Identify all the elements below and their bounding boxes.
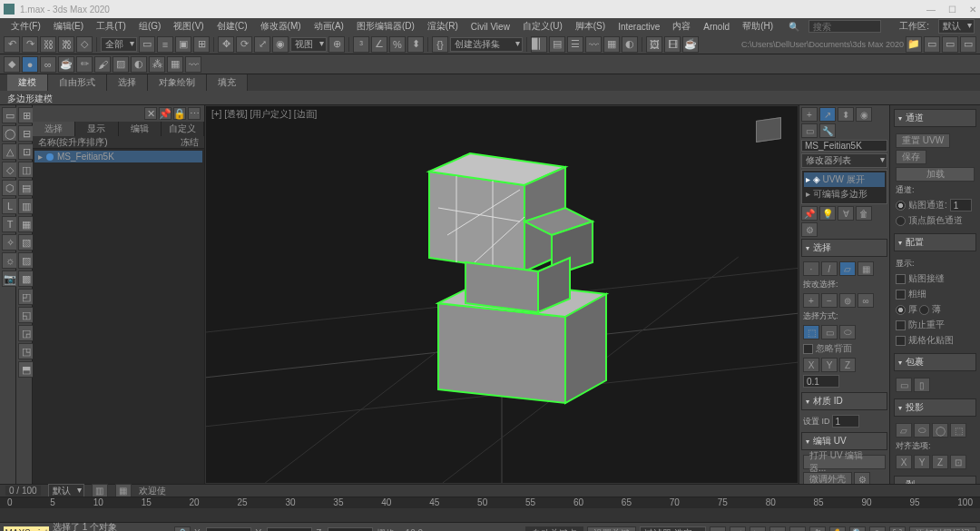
percent-snap-button[interactable]: % — [389, 36, 406, 53]
curve-editor-button[interactable]: 〰 — [585, 36, 602, 53]
thick-check[interactable]: 粗细 — [896, 288, 975, 300]
coord-x-input[interactable] — [206, 527, 251, 532]
named-selection-button[interactable]: {} — [432, 36, 448, 53]
proj-planar-button[interactable]: ▱ — [896, 423, 912, 438]
map-channel-input[interactable] — [950, 199, 972, 211]
menu-create[interactable]: 创建(C) — [211, 20, 253, 33]
ribbon-button-3[interactable]: ▭ — [960, 36, 976, 53]
time-slider-frame[interactable]: 0 / 100 — [5, 486, 41, 496]
sg-menu-button[interactable]: ⋯ — [188, 107, 201, 120]
viewport[interactable]: [+] [透视] [用户定义] [边面] — [205, 105, 799, 484]
link-button[interactable]: ⛓ — [40, 36, 56, 53]
menu-content[interactable]: 内容 — [667, 20, 696, 33]
keyfilter-dropdown[interactable]: 过滤器 选定 — [640, 526, 706, 532]
angle-snap-button[interactable]: ∠ — [371, 36, 387, 53]
viewcube[interactable] — [750, 113, 787, 150]
undo-button[interactable]: ↶ — [4, 36, 20, 53]
setkey-button[interactable]: 设置关键 — [587, 526, 636, 532]
render-button[interactable]: ☕ — [682, 36, 699, 53]
menu-modifier[interactable]: 修改器(M) — [255, 20, 307, 33]
ribbon-brush1[interactable]: ✏ — [76, 56, 93, 73]
align-x-button[interactable]: X — [896, 455, 912, 469]
setid-input[interactable] — [832, 415, 859, 428]
rollout-peel[interactable]: 剥 — [894, 476, 976, 484]
coord-z-input[interactable] — [328, 527, 373, 532]
menu-view[interactable]: 视图(V) — [168, 20, 209, 33]
subobj-edge-button[interactable]: / — [821, 261, 838, 276]
proj-cyl-button[interactable]: ⬭ — [914, 423, 930, 438]
sgtab-display[interactable]: 显示 — [75, 122, 118, 136]
tab-freeform[interactable]: 自由形式 — [48, 74, 107, 91]
ribbon-button-1[interactable]: ▭ — [924, 36, 940, 53]
goto-end-button[interactable]: ⏭ — [789, 526, 806, 532]
modifier-item-epoly[interactable]: ▸ 可编辑多边形 — [804, 187, 885, 202]
sg-pin-button[interactable]: 📌 — [159, 107, 172, 120]
ribbon-noise[interactable]: ⁂ — [149, 56, 165, 73]
load-uvw-button[interactable]: 加载 — [896, 167, 975, 182]
goto-start-button[interactable]: ⏮ — [710, 526, 726, 532]
maxscript-button[interactable]: MAXScript — [4, 526, 49, 532]
sg-header-name[interactable]: 名称(按升序排序) — [38, 136, 181, 148]
workspace-dropdown[interactable]: 默认 — [938, 19, 975, 34]
coord-y-input[interactable] — [267, 527, 312, 532]
ribbon-poly-button[interactable]: ◆ — [4, 56, 20, 73]
axis-z-button[interactable]: Z — [839, 358, 856, 372]
sgtab-select[interactable]: 选择 — [33, 122, 75, 136]
nav-orbit-button[interactable]: ⟳ — [869, 526, 886, 532]
open-uv-editor-button[interactable]: 打开 UV 编辑器... — [803, 455, 886, 469]
modifier-item-uvw[interactable]: ▸ ◈ UVW 展开 — [804, 172, 885, 187]
selmode-planar-button[interactable]: ▭ — [821, 325, 838, 339]
map-channel-radio[interactable]: 贴图通道: — [896, 199, 975, 211]
ribbon-sphere-button[interactable]: ● — [22, 56, 38, 73]
ribbon-button-2[interactable]: ▭ — [942, 36, 958, 53]
render-setup-button[interactable]: 🖼 — [646, 36, 662, 53]
play-button[interactable]: ▶ — [750, 526, 766, 532]
viewport-mesh[interactable] — [384, 135, 620, 426]
prevent-reflatten-check[interactable]: 防止重平 — [896, 319, 975, 331]
ignore-backfacing-check[interactable]: 忽略背面 — [803, 342, 886, 355]
sel-loop-button[interactable]: ∞ — [858, 293, 874, 308]
wrap-btn1[interactable]: ▭ — [896, 378, 912, 392]
rollout-select[interactable]: 选择 — [801, 239, 887, 257]
tab-populate[interactable]: 填充 — [207, 74, 248, 91]
align-y-button[interactable]: Y — [914, 455, 930, 469]
placement-button[interactable]: ◉ — [272, 36, 289, 53]
pin-stack-button[interactable]: 📌 — [801, 206, 818, 221]
maximize-button[interactable]: ☐ — [948, 5, 956, 15]
ribbon-wave[interactable]: 〰 — [185, 56, 201, 73]
normalize-check[interactable]: 规格化贴图 — [896, 334, 975, 347]
sg-close-button[interactable]: ✕ — [144, 107, 157, 120]
rollout-proj[interactable]: 投影 — [894, 398, 976, 417]
thin-thick-radio[interactable]: 厚 — [896, 303, 917, 316]
project-button[interactable]: 📁 — [906, 36, 922, 53]
align-button[interactable]: ▤ — [549, 36, 565, 53]
ribbon-gradient[interactable]: ◐ — [131, 56, 147, 73]
spinner-snap-button[interactable]: ⬍ — [407, 36, 424, 53]
refcoord-dropdown[interactable]: 视图 — [290, 37, 327, 52]
pivot-button[interactable]: ⊕ — [328, 36, 345, 53]
snap-button[interactable]: ³ — [353, 36, 369, 53]
remove-mod-button[interactable]: 🗑 — [856, 206, 872, 221]
window-crossing-button[interactable]: ⊞ — [193, 36, 210, 53]
select-object-button[interactable]: ▭ — [139, 36, 155, 53]
subobj-element-button[interactable]: ▦ — [858, 261, 874, 276]
scene-tree-item[interactable]: ▸ MS_Feitian5K — [34, 151, 202, 162]
select-name-button[interactable]: ≡ — [157, 36, 173, 53]
mirror-button[interactable]: ▊▏ — [531, 36, 547, 53]
align-fit-button[interactable]: ⊡ — [950, 455, 966, 469]
tab-selection[interactable]: 选择 — [107, 74, 148, 91]
menu-animation[interactable]: 动画(A) — [309, 20, 349, 33]
object-name-input[interactable] — [801, 140, 887, 152]
tab-utilities-icon[interactable]: 🔧 — [819, 123, 836, 138]
menu-help[interactable]: 帮助(H) — [737, 20, 779, 33]
sgtab-custom[interactable]: 自定义 — [162, 122, 204, 136]
nav-zoom-button[interactable]: 🔍 — [849, 526, 866, 532]
redo-button[interactable]: ↷ — [22, 36, 38, 53]
save-uvw-button[interactable]: 保存 — [896, 150, 926, 164]
config-button[interactable]: ⚙ — [801, 222, 818, 237]
selmode-cyl-button[interactable]: ⬭ — [839, 325, 856, 339]
threshold-input[interactable] — [803, 375, 839, 388]
rollout-wrap[interactable]: 包裹 — [894, 353, 976, 371]
wrap-btn2[interactable]: ▯ — [914, 378, 930, 392]
rotate-button[interactable]: ⟳ — [236, 36, 252, 53]
